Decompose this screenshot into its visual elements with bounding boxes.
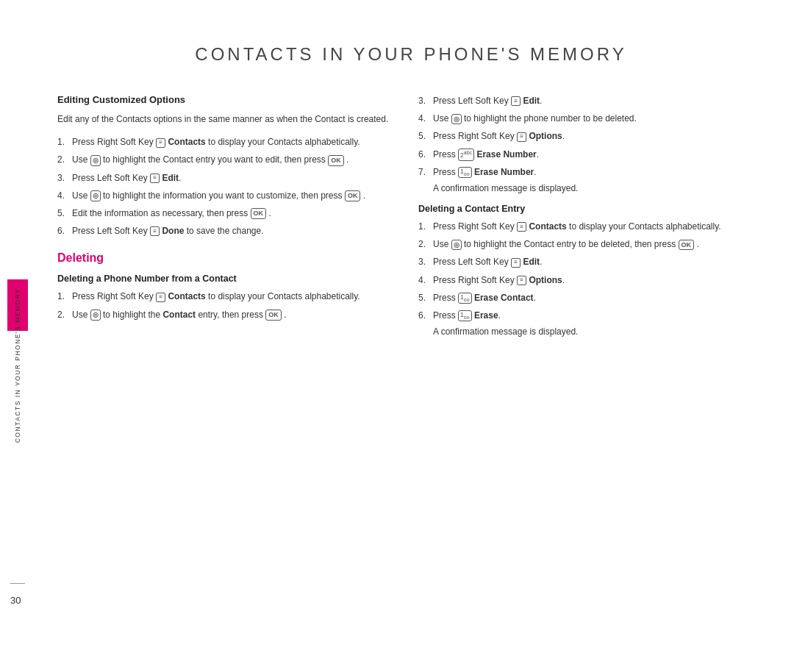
contact-step-4: 4. Press Right Soft Key Options. xyxy=(418,274,750,287)
right-step-4-content: Use ◎ to highlight the phone number to b… xyxy=(433,112,750,126)
right-step-3-num: 3. xyxy=(418,94,433,108)
left-column: Editing Customized Options Edit any of t… xyxy=(57,94,389,643)
ok-icon-2: OK xyxy=(345,190,361,201)
right-step-7-num: 7. xyxy=(418,165,433,179)
del-step-2-content: Use ◎ to highlight the Contact entry, th… xyxy=(72,308,389,322)
nav-key-icon: ◎ xyxy=(90,155,101,166)
nav-key-icon-2: ◎ xyxy=(90,190,101,201)
soft-key-icon xyxy=(156,138,165,148)
nav-key-icon-4: ◎ xyxy=(451,114,462,125)
step-1-bold: Contacts xyxy=(168,137,205,147)
del-step-2-bold: Contact xyxy=(162,310,196,320)
contact-step-4-content: Press Right Soft Key Options. xyxy=(433,274,750,287)
step-6-content: Press Left Soft Key Done to save the cha… xyxy=(72,224,389,238)
del-step-1-content: Press Right Soft Key Contacts to display… xyxy=(72,290,389,304)
ok-icon-5: OK xyxy=(679,240,695,251)
soft-key-icon-6 xyxy=(517,132,526,142)
num-2abc-icon: 2abc xyxy=(458,149,474,161)
ok-icon: OK xyxy=(328,155,344,166)
step-5-content: Edit the information as necessary, then … xyxy=(72,207,389,221)
step-4-content: Use ◎ to highlight the information you w… xyxy=(72,189,389,203)
contact-step-5: 5. Press 1oo Erase Contact. xyxy=(418,291,750,305)
contact-step-2-num: 2. xyxy=(418,237,433,251)
contact-step-4-bold: Options xyxy=(529,275,562,285)
del-step-2-num: 2. xyxy=(57,308,72,322)
sidebar: CONTACTS IN YOUR PHONE'S MEMORY 30 xyxy=(0,0,35,672)
editing-step-3: 3. Press Left Soft Key Edit. xyxy=(57,171,389,185)
del-step-1: 1. Press Right Soft Key Contacts to disp… xyxy=(57,290,389,304)
editing-intro: Edit any of the Contacts options in the … xyxy=(57,112,389,126)
right-step-5: 5. Press Right Soft Key Options. xyxy=(418,129,750,143)
step-2-num: 2. xyxy=(57,153,72,167)
right-step-4-num: 4. xyxy=(418,112,433,126)
num-1oo-icon-2: 1oo xyxy=(458,293,472,304)
editing-step-1: 1. Press Right Soft Key Contacts to disp… xyxy=(57,135,389,149)
right-step-7: 7. Press 1oo Erase Number. xyxy=(418,165,750,179)
contact-step-1-num: 1. xyxy=(418,220,433,234)
confirmation-note-1: A confirmation message is displayed. xyxy=(433,183,750,193)
contact-step-1: 1. Press Right Soft Key Contacts to disp… xyxy=(418,220,750,234)
contact-step-3: 3. Press Left Soft Key Edit. xyxy=(418,255,750,269)
soft-key-icon-3 xyxy=(150,226,160,236)
page-number: 30 xyxy=(10,595,21,606)
main-content: CONTACTS IN YOUR PHONE'S MEMORY Editing … xyxy=(35,0,794,672)
step-3-num: 3. xyxy=(57,171,72,185)
del-step-1-bold: Contacts xyxy=(168,291,205,301)
page-title: CONTACTS IN YOUR PHONE'S MEMORY xyxy=(57,44,750,65)
nav-key-icon-3: ◎ xyxy=(90,310,101,321)
soft-key-icon-9 xyxy=(517,276,526,285)
ok-icon-4: OK xyxy=(265,310,282,321)
right-step-6-num: 6. xyxy=(418,148,433,162)
contact-step-2-content: Use ◎ to highlight the Contact entry to … xyxy=(433,237,750,251)
del-step-2: 2. Use ◎ to highlight the Contact entry,… xyxy=(57,308,389,322)
contact-step-3-bold: Edit xyxy=(523,257,540,267)
phone-number-subsection-title: Deleting a Phone Number from a Contact xyxy=(57,274,389,284)
soft-key-icon-4 xyxy=(156,293,165,302)
two-column-layout: Editing Customized Options Edit any of t… xyxy=(57,94,750,643)
editing-section-title: Editing Customized Options xyxy=(57,94,389,105)
ok-icon-3: OK xyxy=(251,208,267,219)
step-1-content: Press Right Soft Key Contacts to display… xyxy=(72,135,389,149)
right-step-7-content: Press 1oo Erase Number. xyxy=(433,165,750,179)
nav-key-icon-5: ◎ xyxy=(451,240,462,251)
right-step-3-content: Press Left Soft Key Edit. xyxy=(433,94,750,108)
contact-step-5-num: 5. xyxy=(418,291,433,305)
sidebar-divider xyxy=(10,583,25,584)
editing-step-2: 2. Use ◎ to highlight the Contact entry … xyxy=(57,153,389,167)
right-step-3: 3. Press Left Soft Key Edit. xyxy=(418,94,750,108)
contact-step-2: 2. Use ◎ to highlight the Contact entry … xyxy=(418,237,750,251)
soft-key-icon-7 xyxy=(517,222,526,232)
contact-step-6-content: Press 1oo Erase. xyxy=(433,309,750,323)
contact-step-1-content: Press Right Soft Key Contacts to display… xyxy=(433,220,750,234)
contact-step-5-bold: Erase Contact xyxy=(474,293,534,303)
del-step-1-num: 1. xyxy=(57,290,72,304)
step-3-bold: Edit xyxy=(162,173,179,183)
step-6-bold: Done xyxy=(162,226,184,236)
right-step-6-content: Press 2abc Erase Number. xyxy=(433,148,750,162)
right-step-5-content: Press Right Soft Key Options. xyxy=(433,129,750,143)
step-3-content: Press Left Soft Key Edit. xyxy=(72,171,389,185)
right-step-5-bold: Options xyxy=(529,131,562,141)
confirmation-note-2: A confirmation message is displayed. xyxy=(433,326,750,337)
contact-step-6: 6. Press 1oo Erase. xyxy=(418,309,750,323)
right-step-4: 4. Use ◎ to highlight the phone number t… xyxy=(418,112,750,126)
right-column: 3. Press Left Soft Key Edit. 4. Use ◎ to… xyxy=(418,94,750,643)
right-step-6: 6. Press 2abc Erase Number. xyxy=(418,148,750,162)
right-step-7-bold: Erase Number xyxy=(474,167,534,177)
contact-step-4-num: 4. xyxy=(418,274,433,287)
right-step-5-num: 5. xyxy=(418,129,433,143)
num-1oo-icon: 1oo xyxy=(458,167,472,178)
editing-step-5: 5. Edit the information as necessary, th… xyxy=(57,207,389,221)
contact-entry-subsection-title: Deleting a Contact Entry xyxy=(418,204,750,214)
step-4-num: 4. xyxy=(57,189,72,203)
step-1-num: 1. xyxy=(57,135,72,149)
editing-step-6: 6. Press Left Soft Key Done to save the … xyxy=(57,224,389,238)
contact-step-6-bold: Erase xyxy=(474,310,498,321)
soft-key-icon-5 xyxy=(511,96,521,106)
right-step-6-bold: Erase Number xyxy=(476,149,536,160)
contact-step-3-content: Press Left Soft Key Edit. xyxy=(433,255,750,269)
step-6-num: 6. xyxy=(57,224,72,238)
right-step-3-bold: Edit xyxy=(523,96,540,106)
sidebar-label: CONTACTS IN YOUR PHONE'S MEMORY xyxy=(14,288,21,443)
soft-key-icon-8 xyxy=(511,258,521,268)
